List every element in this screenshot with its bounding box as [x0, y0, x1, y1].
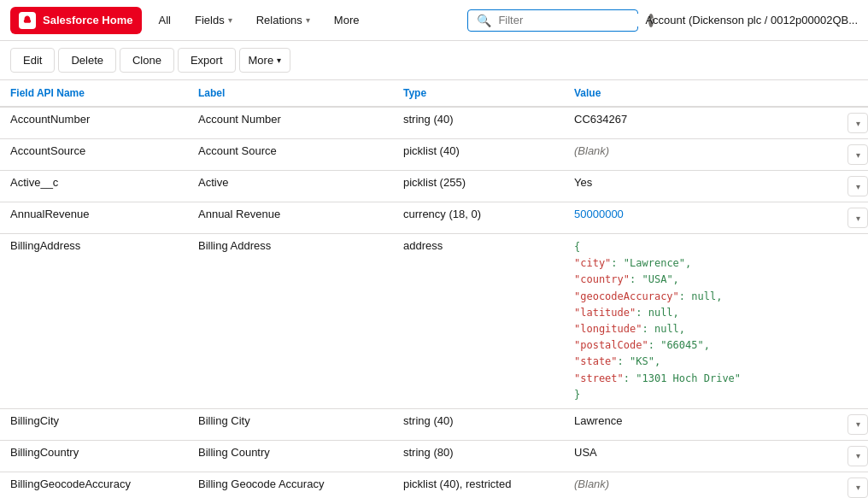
cell-label: Billing Country: [188, 440, 393, 472]
table-row: BillingAddressBilling Addressaddress{ "c…: [0, 234, 868, 409]
cell-action: ▾: [837, 408, 868, 440]
cell-action: ▾: [837, 139, 868, 171]
json-value: { "city": "Lawrence", "country": "USA", …: [574, 241, 741, 401]
cell-action: ▾: [837, 171, 868, 202]
cell-api-name: AnnualRevenue: [0, 202, 188, 234]
cell-action: [837, 234, 868, 409]
table-row: BillingGeocodeAccuracyBilling Geocode Ac…: [0, 472, 868, 498]
cell-label: Billing Geocode Accuracy: [188, 472, 393, 498]
cell-type: picklist (40): [393, 139, 564, 171]
top-bar: Salesforce Home All Fields ▾ Relations ▾…: [0, 0, 868, 41]
currency-value: 50000000: [574, 208, 624, 220]
nav-tabs: All Fields ▾ Relations ▾ More: [149, 7, 461, 33]
table-row: Active__cActivepicklist (255)Yes▾: [0, 171, 868, 202]
cell-api-name: BillingGeocodeAccuracy: [0, 472, 188, 498]
delete-button[interactable]: Delete: [58, 48, 116, 73]
row-dropdown-button[interactable]: ▾: [847, 477, 868, 498]
cell-value: 50000000: [564, 202, 837, 234]
salesforce-icon: [19, 12, 36, 29]
cell-type: picklist (40), restricted: [393, 472, 564, 498]
cell-type: string (80): [393, 440, 564, 472]
cell-value: USA: [564, 440, 837, 472]
cell-api-name: BillingAddress: [0, 234, 188, 409]
cell-type: string (40): [393, 408, 564, 440]
cell-action: ▾: [837, 472, 868, 498]
export-button[interactable]: Export: [178, 48, 236, 73]
row-dropdown-button[interactable]: ▾: [847, 208, 868, 228]
filter-search-icon: 🔍: [477, 14, 491, 27]
app-logo[interactable]: Salesforce Home: [10, 7, 142, 34]
filter-input[interactable]: [498, 14, 642, 26]
cell-action: ▾: [837, 107, 868, 139]
cell-label: Billing City: [188, 408, 393, 440]
relations-chevron-icon: ▾: [306, 15, 310, 25]
cell-value: (Blank): [564, 472, 837, 498]
cell-type: string (40): [393, 107, 564, 139]
cell-value: Yes: [564, 171, 837, 202]
clone-button[interactable]: Clone: [120, 48, 174, 73]
record-title: Account (Dickenson plc / 0012p00002QB...: [645, 14, 858, 26]
cell-action: ▾: [837, 440, 868, 472]
table-row: AccountSourceAccount Sourcepicklist (40)…: [0, 139, 868, 171]
more-button[interactable]: More ▾: [239, 48, 291, 73]
header-api-name[interactable]: Field API Name: [0, 80, 188, 107]
header-action: [837, 80, 868, 107]
tab-fields[interactable]: Fields ▾: [185, 7, 243, 33]
cell-label: Account Number: [188, 107, 393, 139]
header-type[interactable]: Type: [393, 80, 564, 107]
cell-action: ▾: [837, 202, 868, 234]
table-header-row: Field API Name Label Type Value: [0, 80, 868, 107]
cell-label: Annual Revenue: [188, 202, 393, 234]
blank-value: (Blank): [574, 144, 609, 157]
table-row: BillingCityBilling Citystring (40)Lawren…: [0, 408, 868, 440]
row-dropdown-button[interactable]: ▾: [847, 414, 868, 435]
cell-value: Lawrence: [564, 408, 837, 440]
table-row: BillingCountryBilling Countrystring (80)…: [0, 440, 868, 472]
cell-label: Active: [188, 171, 393, 202]
table-row: AccountNumberAccount Numberstring (40)CC…: [0, 107, 868, 139]
tab-more[interactable]: More: [324, 7, 370, 33]
cell-api-name: Active__c: [0, 171, 188, 202]
cell-value: { "city": "Lawrence", "country": "USA", …: [564, 234, 837, 409]
row-dropdown-button[interactable]: ▾: [847, 144, 868, 165]
tab-relations[interactable]: Relations ▾: [246, 7, 320, 33]
fields-table: Field API Name Label Type Value AccountN…: [0, 80, 868, 498]
cell-label: Account Source: [188, 139, 393, 171]
more-chevron-icon: ▾: [277, 56, 281, 65]
cell-label: Billing Address: [188, 234, 393, 409]
action-bar: Edit Delete Clone Export More ▾: [0, 41, 868, 80]
tab-all[interactable]: All: [149, 7, 181, 33]
cell-type: address: [393, 234, 564, 409]
table-container: Field API Name Label Type Value AccountN…: [0, 80, 868, 498]
fields-chevron-icon: ▾: [228, 15, 232, 25]
cell-type: currency (18, 0): [393, 202, 564, 234]
cell-api-name: BillingCity: [0, 408, 188, 440]
header-label[interactable]: Label: [188, 80, 393, 107]
cell-type: picklist (255): [393, 171, 564, 202]
header-value[interactable]: Value: [564, 80, 837, 107]
table-row: AnnualRevenueAnnual Revenuecurrency (18,…: [0, 202, 868, 234]
row-dropdown-button[interactable]: ▾: [847, 446, 868, 466]
row-dropdown-button[interactable]: ▾: [847, 176, 868, 196]
filter-box: 🔍 ×: [467, 9, 638, 32]
cell-value: (Blank): [564, 139, 837, 171]
cell-api-name: BillingCountry: [0, 440, 188, 472]
row-dropdown-button[interactable]: ▾: [847, 113, 868, 133]
app-name: Salesforce Home: [43, 14, 133, 26]
cell-api-name: AccountNumber: [0, 107, 188, 139]
edit-button[interactable]: Edit: [10, 48, 55, 73]
blank-value: (Blank): [574, 477, 609, 490]
cell-value: CC634267: [564, 107, 837, 139]
cell-api-name: AccountSource: [0, 139, 188, 171]
